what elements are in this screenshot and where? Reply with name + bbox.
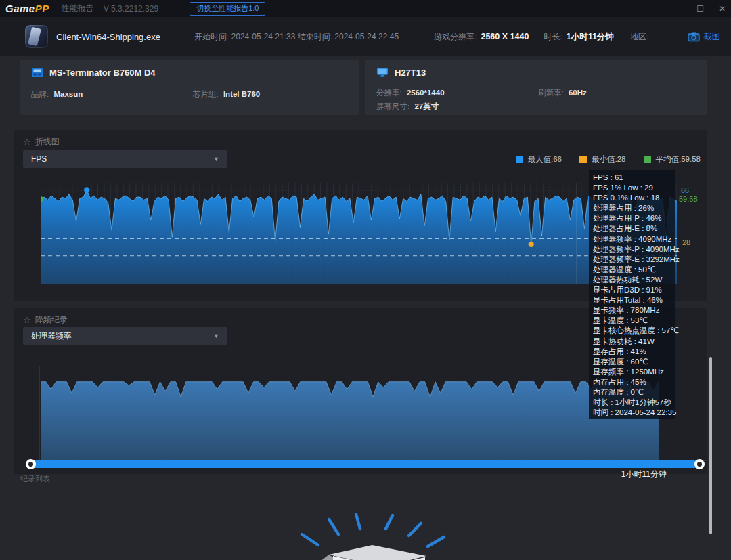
legend-min-swatch	[579, 156, 587, 163]
legend-min-label: 最小值:28	[592, 154, 626, 165]
right-axis-avg-label: 59.58	[679, 195, 698, 203]
logo-game-text: Game	[5, 3, 35, 14]
timeline-slider-handle-start[interactable]	[26, 459, 36, 469]
metric-dropdown-value: FPS	[31, 154, 47, 164]
record-list-label: 纪录列表	[20, 474, 50, 484]
legend-min: 最小值:28	[579, 154, 626, 165]
freq-chart-plot[interactable]	[39, 366, 707, 461]
freq-dropdown-value: 处理器频率	[31, 330, 72, 342]
legend-max: 最大值:66	[516, 154, 562, 165]
monitor-res-value: 2560*1440	[407, 89, 445, 97]
freq-dropdown[interactable]: 处理器频率 ▼	[23, 327, 227, 345]
motherboard-title: MS-Terminator B760M D4	[49, 68, 156, 78]
game-exe-name: Client-Win64-Shipping.exe	[56, 32, 160, 42]
app-subtitle: 性能报告	[62, 3, 94, 14]
switch-report-v1-button[interactable]: 切换至性能报告1.0	[190, 2, 265, 16]
chevron-down-icon: ▼	[213, 156, 219, 163]
minimize-icon[interactable]: ─	[676, 5, 682, 13]
close-icon[interactable]: ✕	[719, 5, 726, 13]
star-icon: ☆	[23, 315, 31, 325]
screen-size-value: 27英寸	[414, 102, 439, 110]
vertical-scrollbar-thumb[interactable]	[709, 357, 712, 534]
monitor-res-label: 分辨率:	[376, 89, 402, 97]
chevron-down-icon: ▼	[213, 332, 219, 339]
time-range-text: 开始时间: 2024-05-24 21:33 结束时间: 2024-05-24 …	[194, 31, 399, 43]
motherboard-icon	[31, 67, 43, 78]
legend-avg-swatch	[644, 156, 651, 163]
refresh-value: 60Hz	[569, 89, 587, 97]
legend-avg-label: 平均值:59.58	[656, 154, 701, 165]
right-axis-max-label: 66	[681, 186, 689, 194]
timeline-end-label: 1小时11分钟	[621, 469, 667, 480]
region-label: 地区:	[630, 31, 648, 43]
refresh-label: 刷新率:	[538, 89, 564, 97]
logo-pp-text: PP	[35, 3, 49, 14]
report-header: Client-Win64-Shipping.exe 开始时间: 2024-05-…	[0, 17, 731, 56]
duration-label: 时长:	[544, 31, 562, 43]
monitor-title: H27T13	[395, 68, 426, 78]
star-icon: ☆	[23, 137, 31, 147]
resolution-label: 游戏分辨率:	[434, 31, 477, 43]
title-bar: GamePP 性能报告 V 5.3.2212.329 切换至性能报告1.0 ─ …	[0, 0, 731, 17]
chart-legend: 最大值:66 最小值:28 平均值:59.58	[516, 154, 701, 165]
brand-value: Maxsun	[53, 90, 83, 98]
motherboard-card: MS-Terminator B760M D4 品牌: Maxsun 芯片组: I…	[20, 60, 359, 115]
timeline-slider-handle-end[interactable]	[694, 459, 705, 469]
legend-max-swatch	[516, 156, 523, 163]
fps-line-chart[interactable]	[41, 183, 677, 284]
chipset-label: 芯片组:	[193, 90, 219, 98]
duration-value: 1小时11分钟	[567, 31, 614, 43]
gamepp-logo: GamePP	[5, 3, 49, 14]
game-avatar	[25, 25, 48, 48]
legend-max-label: 最大值:66	[528, 154, 562, 165]
freq-record-panel: ☆ 降频纪录 处理器频率 ▼	[14, 308, 707, 474]
brand-label: 品牌:	[31, 90, 49, 98]
metric-dropdown[interactable]: FPS ▼	[23, 150, 227, 168]
chipset-value: Intel B760	[223, 90, 260, 98]
monitor-icon	[376, 67, 389, 78]
camera-icon	[688, 31, 700, 42]
screen-size-label: 屏幕尺寸:	[376, 102, 409, 110]
app-version: V 5.3.2212.329	[104, 4, 158, 14]
maximize-icon[interactable]: ☐	[696, 5, 704, 13]
monitor-card: H27T13 分辨率: 2560*1440 刷新率: 60Hz 屏幕尺寸: 27…	[366, 60, 707, 115]
timeline-slider-track[interactable]	[30, 460, 699, 468]
x-axis-end-label: 1小时11分钟	[604, 286, 646, 297]
line-chart-section-title: 折线图	[35, 136, 60, 148]
freq-section-title: 降频纪录	[35, 314, 68, 326]
resolution-value: 2560 X 1440	[481, 32, 529, 41]
right-axis-min-label: 28	[682, 238, 690, 246]
empty-box-illustration	[276, 513, 459, 560]
gamepp-report-window: GamePP 性能报告 V 5.3.2212.329 切换至性能报告1.0 ─ …	[0, 0, 731, 560]
screenshot-label: 截图	[703, 31, 720, 43]
line-chart-panel: ☆ 折线图 FPS ▼ 最大值:66 最小值:28 平均值:59.58	[14, 130, 707, 301]
legend-avg: 平均值:59.58	[644, 154, 701, 165]
screenshot-button[interactable]: 截图	[688, 31, 720, 43]
